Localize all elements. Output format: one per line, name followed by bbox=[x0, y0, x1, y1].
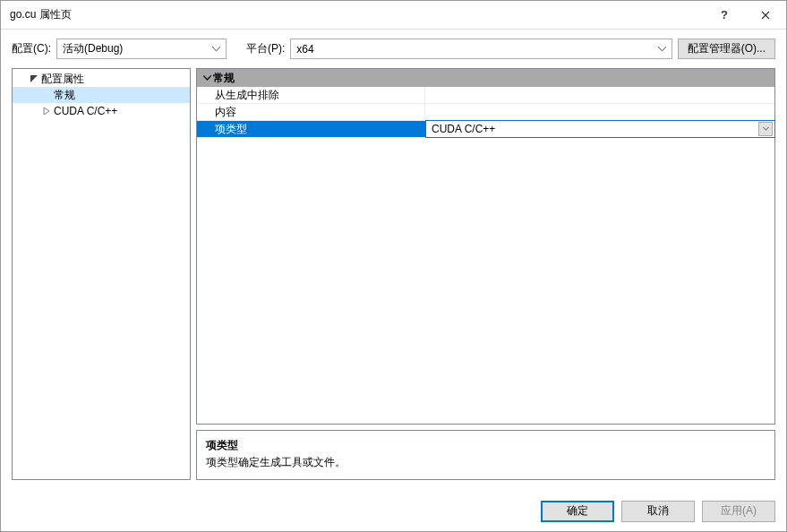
property-row-content[interactable]: 内容 bbox=[197, 104, 774, 121]
config-manager-button[interactable]: 配置管理器(O)... bbox=[678, 39, 775, 59]
property-value[interactable] bbox=[425, 87, 774, 103]
dropdown-button[interactable] bbox=[758, 122, 773, 136]
platform-label: 平台(P): bbox=[246, 41, 285, 56]
property-row-item-type[interactable]: 项类型 CUDA C/C++ bbox=[197, 121, 774, 138]
expander-open-icon bbox=[29, 75, 39, 82]
footer: 确定 取消 应用(A) bbox=[1, 491, 786, 531]
config-select-value: 活动(Debug) bbox=[63, 41, 123, 56]
window-title: go.cu 属性页 bbox=[10, 7, 704, 22]
config-select[interactable]: 活动(Debug) bbox=[56, 39, 227, 59]
description-title: 项类型 bbox=[206, 438, 766, 453]
property-section-header[interactable]: 常规 bbox=[197, 69, 774, 87]
chevron-down-icon bbox=[763, 127, 769, 131]
property-value-text: CUDA C/C++ bbox=[432, 123, 495, 135]
platform-select[interactable]: x64 bbox=[290, 39, 672, 59]
chevron-down-icon bbox=[658, 47, 666, 52]
property-value[interactable] bbox=[425, 104, 774, 120]
description-text: 项类型确定生成工具或文件。 bbox=[206, 455, 766, 470]
chevron-down-icon bbox=[212, 47, 220, 52]
property-grid-spacer bbox=[197, 138, 774, 424]
apply-button[interactable]: 应用(A) bbox=[702, 501, 775, 522]
config-label: 配置(C): bbox=[12, 41, 51, 56]
cancel-button[interactable]: 取消 bbox=[621, 501, 695, 522]
tree-root-config-properties[interactable]: 配置属性 bbox=[13, 71, 190, 87]
config-row: 配置(C): 活动(Debug) 平台(P): x64 配置管理器(O)... bbox=[1, 30, 786, 68]
property-name: 从生成中排除 bbox=[197, 87, 425, 103]
chevron-down-icon bbox=[201, 75, 213, 81]
platform-select-value: x64 bbox=[296, 43, 313, 56]
tree-item-general[interactable]: 常规 bbox=[13, 87, 190, 103]
help-button[interactable]: ? bbox=[704, 1, 745, 30]
property-name: 内容 bbox=[197, 104, 425, 120]
close-icon bbox=[761, 11, 770, 20]
property-value[interactable]: CUDA C/C++ bbox=[425, 120, 775, 138]
property-row-exclude[interactable]: 从生成中排除 bbox=[197, 87, 774, 104]
main-area: 配置属性 常规 CUDA C/C++ 常规 从生成中排除 内容 bbox=[1, 68, 786, 491]
right-pane: 常规 从生成中排除 内容 项类型 CUDA C/C++ bbox=[196, 68, 775, 480]
property-grid: 常规 从生成中排除 内容 项类型 CUDA C/C++ bbox=[196, 68, 775, 425]
property-section-label: 常规 bbox=[213, 71, 235, 86]
titlebar: go.cu 属性页 ? bbox=[1, 1, 786, 30]
tree-pane: 配置属性 常规 CUDA C/C++ bbox=[12, 68, 191, 480]
property-name: 项类型 bbox=[197, 121, 425, 137]
description-box: 项类型 项类型确定生成工具或文件。 bbox=[196, 430, 775, 480]
tree-item-cuda[interactable]: CUDA C/C++ bbox=[13, 103, 190, 119]
tree-item-label: CUDA C/C++ bbox=[54, 105, 117, 117]
tree-item-label: 常规 bbox=[54, 88, 75, 103]
close-button[interactable] bbox=[745, 1, 786, 30]
expander-closed-icon bbox=[41, 107, 52, 115]
ok-button[interactable]: 确定 bbox=[541, 501, 614, 522]
tree-root-label: 配置属性 bbox=[41, 72, 84, 87]
